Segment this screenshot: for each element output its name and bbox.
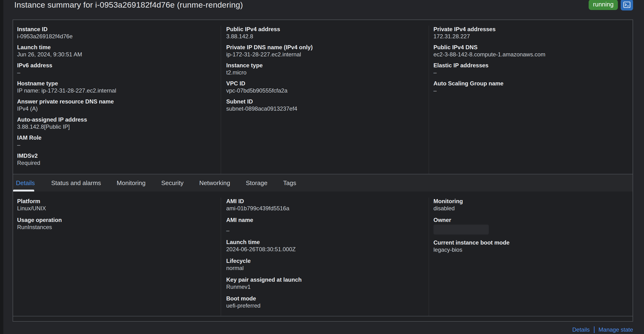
instance-summary-container: Instance ID i-0953a269182f4d76e Launch t… — [12, 20, 633, 322]
field-label: Auto-assigned IP address — [17, 116, 214, 123]
field-usage-operation: Usage operation RunInstances — [17, 216, 214, 231]
tab-monitoring[interactable]: Monitoring — [109, 174, 153, 191]
field-vpc-id: VPC ID vpc-07bd5b90555fcfa2a — [226, 80, 422, 94]
field-label: Elastic IP addresses — [434, 62, 626, 69]
field-label: Owner — [434, 216, 626, 224]
field-monitoring: Monitoring disabled — [434, 198, 626, 212]
field-value: – — [226, 227, 422, 234]
field-label: Private IP DNS name (IPv4 only) — [226, 44, 422, 51]
header-actions: running — [589, 0, 633, 11]
vpc-id-link[interactable]: vpc-07bd5b90555fcfa2a — [226, 87, 288, 94]
field-value: IP name: ip-172-31-28-227.ec2.internal — [17, 87, 214, 94]
field-hostname-type: Hostname type IP name: ip-172-31-28-227.… — [17, 80, 214, 94]
status-badge: running — [589, 0, 618, 10]
tab-status-and-alarms[interactable]: Status and alarms — [43, 174, 109, 191]
field-label: Platform — [17, 198, 214, 205]
field-label: Auto Scaling Group name — [434, 80, 626, 87]
summary-column-1: Instance ID i-0953a269182f4d76e Launch t… — [13, 26, 221, 174]
footer-separator — [594, 326, 594, 333]
field-imdsv2: IMDSv2 Required — [17, 152, 214, 167]
field-value: uefi-preferred — [226, 302, 422, 309]
field-public-ipv4-address: Public IPv4 address 3.88.142.8 — [226, 26, 422, 40]
field-value: Required — [17, 159, 214, 167]
terminal-icon — [622, 1, 631, 9]
field-ami-id: AMI ID ami-01b799c439fd5516a — [226, 198, 422, 212]
field-label: Answer private resource DNS name — [17, 98, 214, 105]
tab-details[interactable]: Details — [13, 174, 43, 191]
field-value: normal — [226, 264, 422, 272]
field-owner: Owner — [434, 216, 626, 235]
details-column-3: Monitoring disabled Owner Current instan… — [429, 198, 632, 316]
field-label: AMI name — [226, 216, 422, 224]
manage-state-link[interactable]: Manage state — [598, 326, 633, 333]
field-public-ipv4-dns: Public IPv4 DNS ec2-3-88-142-8.compute-1… — [434, 44, 626, 58]
field-platform: Platform Linux/UNIX — [17, 198, 214, 212]
key-pair-link[interactable]: Runmev1 — [226, 283, 251, 290]
instance-tabs: Details Status and alarms Monitoring Sec… — [13, 174, 632, 191]
connect-button[interactable] — [621, 0, 633, 11]
field-label: IPv6 address — [17, 62, 214, 69]
field-value: IPv4 (A) — [17, 105, 214, 112]
summary-column-3: Private IPv4 addresses 172.31.28.227 Pub… — [429, 26, 632, 174]
redacted-owner-value — [434, 225, 489, 235]
field-value: 3.88.142.8 — [226, 33, 422, 40]
field-value: – — [17, 141, 214, 148]
field-label: Key pair assigned at launch — [226, 276, 422, 283]
field-answer-private-resource-dns-name: Answer private resource DNS name IPv4 (A… — [17, 98, 214, 112]
field-value: 2024-06-26T08:30:51.000Z — [226, 246, 422, 253]
details-link[interactable]: Details — [572, 326, 590, 333]
field-label: AMI ID — [226, 198, 422, 205]
field-value: – — [17, 69, 214, 76]
field-label: Public IPv4 DNS — [434, 44, 626, 51]
field-value: 172.31.28.227 — [434, 33, 626, 40]
field-label: Lifecycle — [226, 257, 422, 264]
field-label: IMDSv2 — [17, 152, 214, 159]
footer-actions: Details Manage state — [572, 326, 633, 333]
instance-summary-header: Instance summary for i-0953a269182f4d76e… — [14, 0, 633, 12]
field-subnet-id: Subnet ID subnet-0898aca0913237ef4 — [226, 98, 422, 112]
page-title: Instance summary for i-0953a269182f4d76e… — [14, 0, 243, 10]
field-value: i-0953a269182f4d76e — [17, 33, 214, 40]
field-value: – — [434, 69, 626, 76]
field-label: Subnet ID — [226, 98, 422, 105]
details-column-2: AMI ID ami-01b799c439fd5516a AMI name – … — [221, 198, 429, 316]
field-label: Current instance boot mode — [434, 239, 626, 246]
field-boot-mode: Boot mode uefi-preferred — [226, 295, 422, 309]
field-key-pair-assigned-at-launch: Key pair assigned at launch Runmev1 — [226, 276, 422, 290]
field-value: t2.micro — [226, 69, 422, 76]
field-label: Instance ID — [17, 26, 214, 33]
tab-networking[interactable]: Networking — [191, 174, 238, 191]
details-tab-panel: Platform Linux/UNIX Usage operation RunI… — [13, 191, 632, 316]
field-label: Usage operation — [17, 216, 214, 224]
field-ipv6-address: IPv6 address – — [17, 62, 214, 76]
subnet-id-link[interactable]: subnet-0898aca0913237ef4 — [226, 105, 297, 112]
tab-storage[interactable]: Storage — [238, 174, 275, 191]
field-label: Monitoring — [434, 198, 626, 205]
field-value: legacy-bios — [434, 246, 626, 253]
field-label: Hostname type — [17, 80, 214, 87]
field-value: RunInstances — [17, 224, 214, 231]
field-label: Private IPv4 addresses — [434, 26, 626, 33]
field-label: Launch time — [226, 239, 422, 246]
field-private-ipv4-addresses: Private IPv4 addresses 172.31.28.227 — [434, 26, 626, 40]
tab-tags[interactable]: Tags — [276, 174, 304, 191]
summary-column-2: Public IPv4 address 3.88.142.8 Private I… — [221, 26, 429, 174]
field-auto-assigned-ip-address: Auto-assigned IP address 3.88.142.8[Publ… — [17, 116, 214, 130]
field-instance-type: Instance type t2.micro — [226, 62, 422, 76]
field-lifecycle: Lifecycle normal — [226, 257, 422, 272]
field-value: 3.88.142.8[Public IP] — [17, 123, 214, 130]
field-label: Instance type — [226, 62, 422, 69]
field-launch-time-utc: Launch time 2024-06-26T08:30:51.000Z — [226, 239, 422, 253]
field-value: ami-01b799c439fd5516a — [226, 205, 422, 212]
field-label: IAM Role — [17, 134, 214, 141]
tab-security[interactable]: Security — [153, 174, 191, 191]
field-label: Launch time — [17, 44, 214, 51]
field-auto-scaling-group-name: Auto Scaling Group name – — [434, 80, 626, 94]
field-instance-id: Instance ID i-0953a269182f4d76e — [17, 26, 214, 40]
field-value: – — [434, 87, 626, 94]
field-current-instance-boot-mode: Current instance boot mode legacy-bios — [434, 239, 626, 253]
field-value: ip-172-31-28-227.ec2.internal — [226, 51, 422, 58]
field-ami-name: AMI name – — [226, 216, 422, 234]
details-column-1: Platform Linux/UNIX Usage operation RunI… — [13, 198, 221, 316]
field-elastic-ip-addresses: Elastic IP addresses – — [434, 62, 626, 76]
